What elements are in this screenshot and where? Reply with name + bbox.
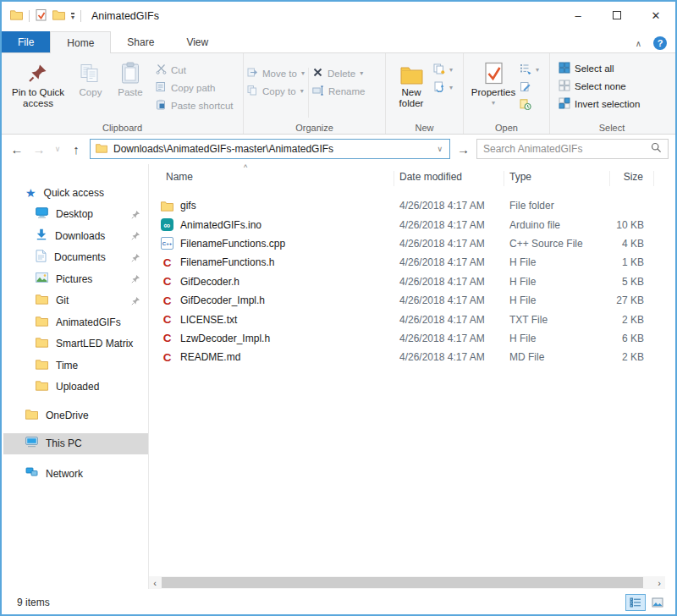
rename-button[interactable]: Rename xyxy=(312,82,365,100)
folder-icon xyxy=(160,201,174,212)
ribbon: Pin to Quick access Copy Paste Cut xyxy=(2,52,675,135)
scrollbar-thumb[interactable] xyxy=(162,577,643,588)
edit-button[interactable] xyxy=(520,79,539,96)
file-row-license-txt[interactable]: CLICENSE.txt 4/26/2018 4:17 AM TXT File … xyxy=(149,310,674,328)
cut-button[interactable]: Cut xyxy=(156,61,234,79)
title-bar: ▾ AnimatedGIFs – ✕ xyxy=(2,2,675,30)
column-header-name[interactable]: Name xyxy=(149,171,394,186)
customize-toolbar-icon[interactable]: ▾ xyxy=(71,13,74,20)
sidebar-item-uploaded[interactable]: Uploaded xyxy=(3,377,148,399)
scroll-left-icon[interactable]: ‹ xyxy=(149,576,161,589)
details-view-button[interactable] xyxy=(625,594,646,611)
tab-share[interactable]: Share xyxy=(111,31,170,53)
dropdown-icon: ▾ xyxy=(492,99,495,107)
tab-view[interactable]: View xyxy=(170,31,224,53)
sidebar-item-onedrive[interactable]: OneDrive xyxy=(3,404,148,426)
file-row-gifdecoder-h[interactable]: CGifDecoder.h 4/26/2018 4:17 AM H File 5… xyxy=(149,272,674,291)
paste-shortcut-icon xyxy=(156,99,167,112)
group-label-new: New xyxy=(386,123,463,133)
file-row-gifs[interactable]: gifs 4/26/2018 4:17 AM File folder xyxy=(149,196,674,215)
history-button[interactable] xyxy=(520,96,539,114)
close-button[interactable]: ✕ xyxy=(636,2,675,29)
horizontal-scrollbar[interactable]: ‹ › xyxy=(149,576,665,589)
file-row-animatedgifs-ino[interactable]: ∞AnimatedGIFs.ino 4/26/2018 4:17 AM Ardu… xyxy=(149,215,674,234)
pin-to-quick-access-button[interactable]: Pin to Quick access xyxy=(5,58,71,109)
window-folder-icon xyxy=(10,8,23,24)
address-path: Downloads\AnimatedGIFs-master\AnimatedGI… xyxy=(113,143,433,155)
delete-button[interactable]: Delete▾ xyxy=(312,64,365,82)
c-file-icon: C xyxy=(160,332,174,344)
address-bar[interactable]: Downloads\AnimatedGIFs-master\AnimatedGI… xyxy=(90,139,450,159)
copy-icon xyxy=(80,59,102,85)
pin-icon[interactable] xyxy=(131,231,140,243)
properties-button[interactable]: Properties ▾ xyxy=(467,58,520,107)
quick-access-star-icon: ★ xyxy=(25,186,36,200)
select-none-button[interactable]: Select none xyxy=(559,77,670,95)
sidebar-item-desktop[interactable]: Desktop xyxy=(3,204,148,226)
paste-button[interactable]: Paste xyxy=(110,58,151,98)
back-button[interactable]: ← xyxy=(8,142,25,157)
file-row-lzwdecoder-impl-h[interactable]: CLzwDecoder_Impl.h 4/26/2018 4:17 AM H F… xyxy=(149,329,674,348)
window-title: AnimatedGIFs xyxy=(91,10,159,22)
file-row-gifdecoder-impl-h[interactable]: CGifDecoder_Impl.h 4/26/2018 4:17 AM H F… xyxy=(149,291,674,310)
c-file-icon: C xyxy=(160,275,174,288)
column-header-date-modified[interactable]: Date modified xyxy=(394,171,504,186)
search-icon[interactable] xyxy=(651,141,662,157)
file-row-readme-md[interactable]: CREADME.md 4/26/2018 4:17 AM MD File 2 K… xyxy=(149,348,674,366)
minimize-button[interactable]: – xyxy=(559,2,597,29)
sidebar-item-documents[interactable]: Documents xyxy=(3,247,148,269)
delete-x-icon xyxy=(312,67,323,80)
sidebar-item-time[interactable]: Time xyxy=(3,355,148,377)
search-box[interactable] xyxy=(476,139,669,159)
status-bar: 9 items xyxy=(3,591,674,614)
copy-button[interactable]: Copy xyxy=(71,58,110,98)
thumbnail-view-button[interactable] xyxy=(647,594,668,611)
tab-file[interactable]: File xyxy=(2,31,50,53)
maximize-button[interactable] xyxy=(597,2,636,29)
new-folder-button[interactable]: New folder xyxy=(389,58,433,109)
paste-shortcut-button[interactable]: Paste shortcut xyxy=(156,96,234,114)
sidebar-item-downloads[interactable]: Downloads xyxy=(3,225,148,247)
minimize-ribbon-icon[interactable]: ∧ xyxy=(636,39,641,48)
divider xyxy=(308,68,309,118)
ribbon-group-open: Properties ▾ ▾ Open xyxy=(464,53,550,134)
tab-home[interactable]: Home xyxy=(50,31,111,53)
copy-to-button[interactable]: Copy to▾ xyxy=(247,82,305,100)
invert-selection-button[interactable]: Invert selection xyxy=(559,95,670,113)
open-button[interactable]: ▾ xyxy=(520,61,539,79)
c-file-icon: C xyxy=(160,256,174,269)
sidebar-item-quick-access[interactable]: ★ Quick access xyxy=(3,182,148,204)
sidebar-item-smartled-matrix[interactable]: SmartLED Matrix xyxy=(3,333,148,355)
move-to-button[interactable]: Move to▾ xyxy=(247,64,305,82)
search-input[interactable] xyxy=(483,143,651,155)
easy-access-button[interactable]: ▾ xyxy=(433,79,453,96)
file-row-filenamefunctions-h[interactable]: CFilenameFunctions.h 4/26/2018 4:17 AM H… xyxy=(149,253,674,272)
pin-icon[interactable] xyxy=(131,210,140,222)
sidebar-item-network[interactable]: Network xyxy=(3,463,148,485)
sidebar-item-git[interactable]: Git xyxy=(3,290,148,312)
scroll-right-icon[interactable]: › xyxy=(653,576,665,589)
address-dropdown-icon[interactable]: ∨ xyxy=(433,145,446,153)
new-folder-quick-icon[interactable] xyxy=(52,8,65,24)
select-all-button[interactable]: Select all xyxy=(559,59,670,77)
help-icon[interactable]: ? xyxy=(653,36,667,50)
new-folder-icon xyxy=(400,59,423,85)
go-button[interactable]: → xyxy=(455,142,471,157)
forward-button[interactable]: → xyxy=(30,142,47,157)
sidebar-item-this-pc[interactable]: This PC xyxy=(3,433,148,455)
copy-path-button[interactable]: Copy path xyxy=(156,79,234,96)
pin-icon[interactable] xyxy=(131,253,140,265)
pin-icon[interactable] xyxy=(131,274,140,286)
dropdown-icon: ▾ xyxy=(536,66,539,74)
file-row-filenamefunctions-cpp[interactable]: C++FilenameFunctions.cpp 4/26/2018 4:17 … xyxy=(149,234,674,253)
column-header-type[interactable]: Type xyxy=(504,171,610,186)
sidebar-item-pictures[interactable]: Pictures xyxy=(3,268,148,290)
properties-quick-icon[interactable] xyxy=(36,8,47,25)
new-item-button[interactable]: ▾ xyxy=(433,61,453,79)
sidebar-item-animatedgifs[interactable]: AnimatedGIFs xyxy=(3,311,148,333)
up-button[interactable]: ↑ xyxy=(68,142,85,157)
pin-icon[interactable] xyxy=(131,296,140,308)
column-header-size[interactable]: Size xyxy=(610,171,654,186)
this-pc-icon xyxy=(25,437,38,450)
recent-locations-icon[interactable]: ∨ xyxy=(52,145,63,153)
